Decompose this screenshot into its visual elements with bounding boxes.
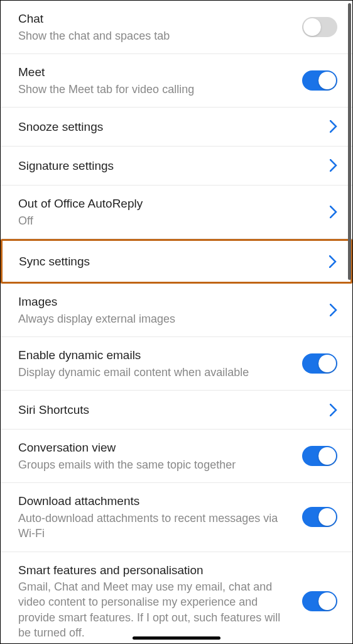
setting-siri-text: Siri Shortcuts xyxy=(18,402,330,418)
toggle-knob xyxy=(318,592,336,610)
toggle-knob xyxy=(318,447,336,465)
conversation-view-toggle[interactable] xyxy=(302,446,337,466)
chevron-right-icon xyxy=(329,255,337,268)
smart-features-toggle[interactable] xyxy=(302,591,337,611)
chevron-right-icon xyxy=(330,304,337,316)
meet-toggle[interactable] xyxy=(302,70,337,91)
chevron-right-icon xyxy=(330,120,337,133)
setting-meet-title: Meet xyxy=(18,64,292,80)
setting-download-attachments[interactable]: Download attachments Auto-download attac… xyxy=(1,483,352,552)
setting-out-of-office-subtitle: Off xyxy=(18,213,320,228)
chat-toggle[interactable] xyxy=(302,17,337,37)
setting-snooze-text: Snooze settings xyxy=(18,119,330,135)
setting-smart-features[interactable]: Smart features and personalisation Gmail… xyxy=(1,552,352,645)
setting-smart-features-title: Smart features and personalisation xyxy=(18,562,292,579)
chevron-right-icon xyxy=(330,159,337,172)
setting-dynamic-emails-text: Enable dynamic emails Display dynamic em… xyxy=(18,347,302,380)
setting-smart-features-subtitle: Gmail, Chat and Meet may use my email, c… xyxy=(18,579,292,640)
setting-chat[interactable]: Chat Show the chat and spaces tab xyxy=(1,1,352,54)
setting-snooze[interactable]: Snooze settings xyxy=(1,108,352,147)
setting-signature-text: Signature settings xyxy=(18,158,330,174)
setting-chat-text: Chat Show the chat and spaces tab xyxy=(18,11,302,43)
setting-meet[interactable]: Meet Show the Meet tab for video calling xyxy=(1,54,352,108)
setting-conversation-view-title: Conversation view xyxy=(18,440,292,456)
chevron-right-icon xyxy=(330,404,337,416)
home-indicator[interactable] xyxy=(133,636,220,640)
toggle-knob xyxy=(318,72,336,89)
setting-images-subtitle: Always display external images xyxy=(18,311,320,326)
chevron-right-icon xyxy=(330,206,337,218)
dynamic-emails-toggle[interactable] xyxy=(302,353,337,374)
setting-conversation-view[interactable]: Conversation view Groups emails with the… xyxy=(1,430,352,483)
setting-sync-title: Sync settings xyxy=(19,253,319,270)
setting-out-of-office-title: Out of Office AutoReply xyxy=(18,196,320,212)
setting-images-title: Images xyxy=(18,294,320,310)
setting-smart-features-text: Smart features and personalisation Gmail… xyxy=(18,562,302,641)
setting-dynamic-emails[interactable]: Enable dynamic emails Display dynamic em… xyxy=(1,337,352,391)
setting-chat-subtitle: Show the chat and spaces tab xyxy=(18,28,292,43)
setting-download-attachments-subtitle: Auto-download attachments to recent mess… xyxy=(18,511,292,541)
setting-download-attachments-text: Download attachments Auto-download attac… xyxy=(18,493,302,541)
setting-signature[interactable]: Signature settings xyxy=(1,147,352,186)
setting-meet-subtitle: Show the Meet tab for video calling xyxy=(18,82,292,97)
setting-signature-title: Signature settings xyxy=(18,158,320,174)
setting-images[interactable]: Images Always display external images xyxy=(1,284,352,337)
setting-conversation-view-text: Conversation view Groups emails with the… xyxy=(18,440,302,472)
setting-meet-text: Meet Show the Meet tab for video calling xyxy=(18,64,302,97)
setting-out-of-office[interactable]: Out of Office AutoReply Off xyxy=(1,186,352,239)
toggle-knob xyxy=(318,508,336,526)
settings-list: Chat Show the chat and spaces tab Meet S… xyxy=(1,1,352,644)
setting-sync-text: Sync settings xyxy=(19,253,329,270)
setting-out-of-office-text: Out of Office AutoReply Off xyxy=(18,196,330,228)
download-attachments-toggle[interactable] xyxy=(302,507,337,527)
setting-dynamic-emails-subtitle: Display dynamic email content when avail… xyxy=(18,365,292,380)
setting-siri-title: Siri Shortcuts xyxy=(18,402,320,418)
toggle-knob xyxy=(318,355,336,372)
setting-siri[interactable]: Siri Shortcuts xyxy=(1,391,352,430)
setting-download-attachments-title: Download attachments xyxy=(18,493,292,509)
scroll-indicator[interactable] xyxy=(348,3,351,280)
setting-dynamic-emails-title: Enable dynamic emails xyxy=(18,347,292,364)
setting-chat-title: Chat xyxy=(18,11,292,27)
setting-images-text: Images Always display external images xyxy=(18,294,330,326)
setting-sync[interactable]: Sync settings xyxy=(1,239,352,284)
toggle-knob xyxy=(303,18,321,36)
setting-conversation-view-subtitle: Groups emails with the same topic togeth… xyxy=(18,457,292,472)
setting-snooze-title: Snooze settings xyxy=(18,119,320,135)
